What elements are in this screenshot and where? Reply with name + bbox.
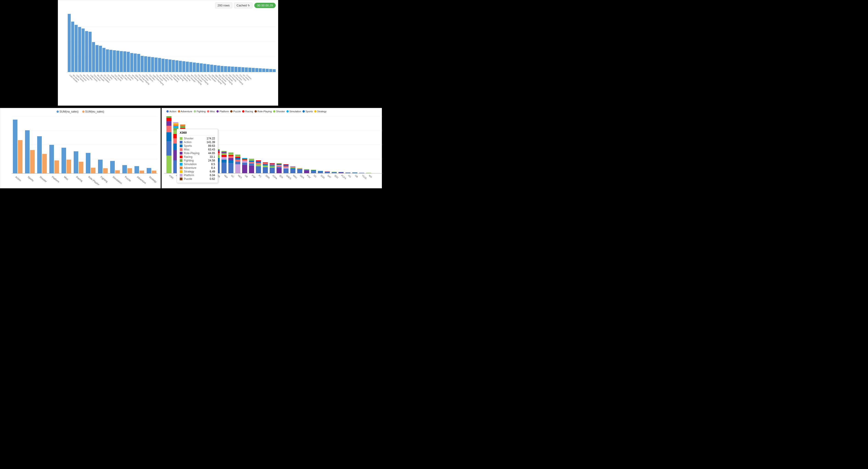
svg-rect-56 [234, 67, 237, 72]
svg-rect-183 [166, 116, 172, 118]
svg-rect-287 [263, 167, 268, 173]
svg-rect-268 [235, 154, 240, 156]
svg-rect-38 [172, 60, 175, 72]
svg-text:SNES: SNES [286, 174, 292, 180]
svg-rect-10 [74, 25, 78, 72]
svg-rect-11 [78, 27, 81, 72]
tooltip-simulation-label: Simulation [184, 163, 210, 166]
tooltip-row-action: Action 141.39 [180, 141, 215, 144]
svg-rect-153 [147, 168, 151, 173]
svg-rect-321 [304, 170, 309, 170]
svg-rect-62 [255, 68, 258, 72]
tooltip-action-value: 141.39 [207, 141, 215, 144]
svg-rect-14 [89, 32, 92, 72]
svg-rect-254 [221, 151, 226, 152]
tooltip-row-misc: Misc 63.43 [180, 148, 215, 151]
tooltip-action-color [180, 141, 182, 144]
tooltip-simulation-color [180, 163, 182, 166]
simulation-dot [286, 110, 289, 113]
svg-rect-295 [270, 165, 275, 165]
svg-rect-309 [283, 165, 288, 165]
svg-rect-53 [224, 66, 227, 72]
tooltip-puzzle-color [180, 178, 182, 180]
tooltip-row-racing: Racing 33.1 [180, 155, 215, 158]
svg-rect-278 [249, 160, 254, 162]
svg-rect-324 [311, 170, 316, 171]
svg-rect-249 [221, 159, 226, 163]
tooltip-platform-label: Platform [184, 174, 208, 177]
bottom-right-legend: Action Adventure Fighting Misc Platform … [166, 110, 379, 113]
svg-rect-304 [277, 163, 282, 164]
svg-text:Sports: Sports [27, 175, 34, 182]
svg-rect-65 [266, 69, 269, 72]
svg-rect-46 [200, 63, 203, 72]
svg-rect-315 [290, 167, 296, 167]
tooltip-adventure-value: 8.4 [211, 166, 215, 170]
tooltip-title: X360 [180, 131, 215, 136]
svg-rect-253 [221, 152, 226, 153]
svg-rect-271 [242, 161, 247, 163]
svg-text:GEN: GEN [300, 174, 305, 179]
svg-rect-47 [203, 64, 206, 72]
svg-rect-13 [85, 31, 88, 72]
svg-rect-31 [148, 57, 151, 72]
svg-rect-44 [193, 62, 196, 72]
legend-misc: Misc [207, 110, 215, 113]
svg-rect-34 [158, 58, 161, 72]
svg-rect-52 [221, 66, 223, 72]
svg-rect-283 [256, 163, 261, 165]
svg-rect-149 [122, 165, 127, 173]
tooltip-row-fighting: Fighting 24.58 [180, 159, 215, 162]
svg-text:Strategy: Strategy [149, 175, 157, 183]
strategy-dot [314, 110, 316, 113]
tooltip-fighting-label: Fighting [184, 159, 207, 162]
tooltip-racing-value: 33.1 [210, 155, 215, 158]
svg-rect-285 [256, 161, 261, 162]
svg-rect-60 [248, 68, 251, 72]
svg-rect-15 [92, 42, 95, 72]
svg-text:Shooter: Shooter [39, 175, 47, 183]
tooltip-row-adventure: Adventure 8.4 [180, 166, 215, 170]
svg-rect-293 [270, 166, 275, 168]
svg-rect-322 [304, 169, 309, 170]
svg-rect-266 [235, 157, 240, 158]
tooltip-strategy-label: Strategy [184, 170, 208, 173]
legend-platform: Platform [216, 110, 229, 113]
tooltip-misc-value: 63.43 [208, 148, 215, 151]
svg-rect-297 [270, 163, 275, 164]
svg-rect-331 [332, 172, 337, 172]
svg-rect-35 [162, 59, 164, 72]
svg-rect-146 [103, 168, 107, 173]
svg-rect-328 [325, 172, 330, 173]
svg-rect-9 [71, 22, 74, 72]
svg-rect-42 [186, 62, 189, 72]
tooltip-roleplaying-color [180, 152, 182, 154]
tooltip-strategy-value: 6.49 [210, 170, 215, 173]
legend-action: Action [166, 110, 177, 113]
svg-text:Action: Action [15, 175, 22, 182]
eu-sales-dot [82, 111, 85, 113]
svg-rect-154 [152, 171, 156, 173]
legend-adventure: Adventure [178, 110, 192, 113]
svg-rect-269 [242, 165, 247, 173]
tooltip-puzzle-value: 0.62 [210, 177, 215, 180]
svg-rect-67 [273, 69, 276, 72]
tooltip-roleplaying-label: Role-Playing [184, 152, 207, 155]
role-playing-dot [254, 110, 257, 113]
tooltip-row-strategy: Strategy 6.49 [180, 170, 215, 173]
svg-text:N64: N64 [224, 174, 228, 179]
svg-rect-21 [113, 50, 116, 72]
svg-text:XG: XG [348, 174, 351, 178]
svg-rect-318 [297, 169, 302, 169]
cached-label: Cached [237, 4, 247, 7]
tooltip-misc-color [180, 148, 182, 151]
svg-rect-313 [290, 168, 296, 168]
svg-text:GB: GB [244, 174, 248, 178]
svg-rect-289 [263, 164, 268, 166]
adventure-dot [178, 110, 180, 113]
svg-rect-248 [221, 163, 226, 173]
svg-rect-263 [235, 162, 240, 164]
svg-rect-51 [217, 65, 220, 72]
svg-rect-316 [297, 170, 302, 173]
svg-rect-139 [62, 148, 66, 173]
